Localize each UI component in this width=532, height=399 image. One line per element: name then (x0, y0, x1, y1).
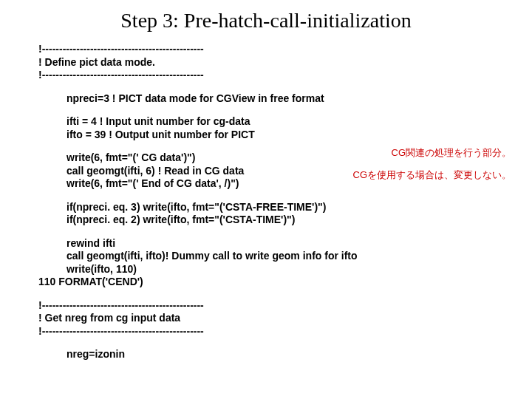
line-write-ifto: write(ifto, 110) (38, 263, 525, 276)
page-title: Step 3: Pre-hatch-call-initialization (0, 9, 532, 33)
line-if-npreci2: if(npreci. eq. 2) write(ifto, fmt="('CST… (38, 214, 525, 227)
line-geomgt-dummy: call geomgt(ifti, ifto)! Dummy call to w… (38, 250, 525, 263)
line-if-npreci3: if(npreci. eq. 3) write(ifto, fmt="('CST… (38, 201, 525, 214)
line-format-cend: 110 FORMAT('CEND') (38, 276, 525, 289)
line-ifti: ifti = 4 ! Input unit number for cg-data (38, 115, 525, 129)
separator-line: !---------------------------------------… (38, 325, 525, 338)
separator-line: !---------------------------------------… (38, 299, 525, 313)
line-nreg: nreg=izonin (38, 348, 525, 361)
separator-line: !---------------------------------------… (38, 43, 525, 56)
comment-nreg: ! Get nreg from cg input data (38, 312, 525, 325)
separator-line: !---------------------------------------… (38, 69, 525, 82)
line-rewind: rewind ifti (38, 237, 525, 250)
code-block: !---------------------------------------… (0, 43, 532, 361)
line-npreci: npreci=3 ! PICT data mode for CGView in … (38, 92, 525, 106)
line-ifto: ifto = 39 ! Output unit number for PICT (38, 129, 525, 142)
annotation-cg-unchanged: CGを使用する場合は、変更しない。 (353, 168, 512, 182)
comment-pict-mode: ! Define pict data mode. (38, 56, 525, 69)
annotation-cg-section: CG関連の処理を行う部分。 (392, 146, 512, 160)
